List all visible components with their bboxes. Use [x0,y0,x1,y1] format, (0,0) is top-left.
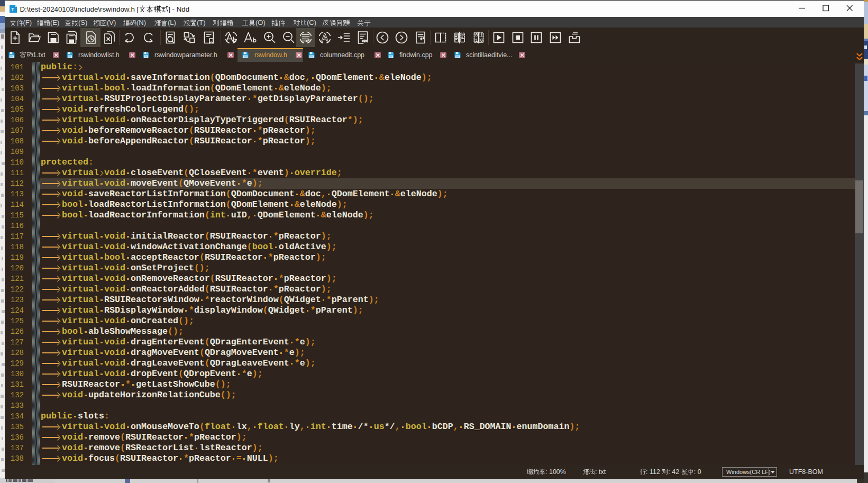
svg-text:1: 1 [475,38,478,43]
svg-text:0: 0 [475,33,478,38]
svg-text:1: 1 [480,33,483,38]
svg-text:0: 0 [480,38,483,43]
svg-text:T: T [11,7,14,12]
